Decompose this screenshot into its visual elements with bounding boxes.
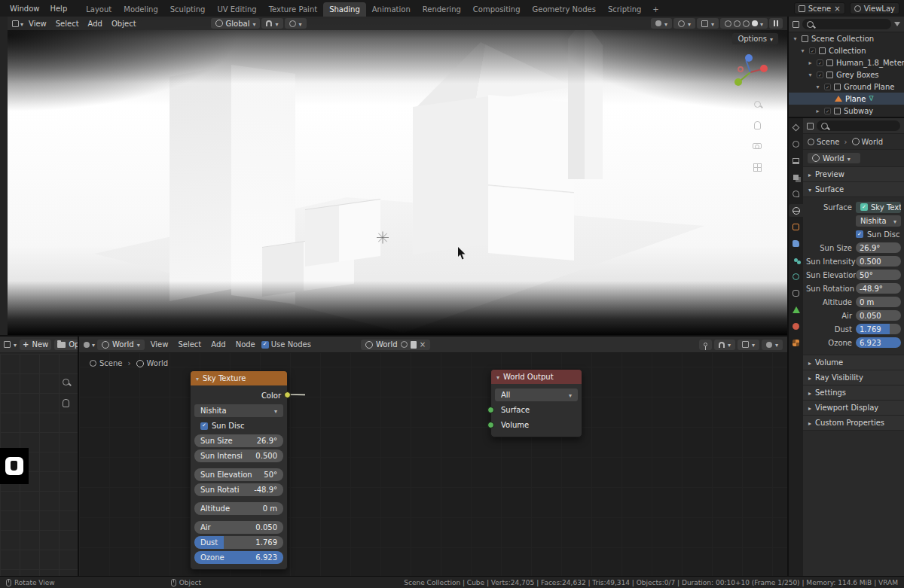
properties-tab-render[interactable] <box>789 138 803 151</box>
outliner-row-grey-boxes[interactable]: ▾ Grey Boxes <box>789 69 904 81</box>
altitude-row[interactable]: Altitude 0 m <box>806 296 901 308</box>
collection-checkbox[interactable] <box>824 108 831 114</box>
viewport-menu-view[interactable]: View <box>25 20 50 28</box>
move-view-button[interactable] <box>750 117 765 133</box>
shader-menu-node[interactable]: Node <box>232 340 259 349</box>
ozone-row[interactable]: Ozone 6.923 <box>806 337 901 349</box>
wireframe-shading-icon[interactable] <box>725 20 731 27</box>
snapping-toggle[interactable] <box>261 18 282 29</box>
sun-rotation-field[interactable]: Sun Rotati -48.9° <box>194 483 283 496</box>
sun-rotation-row[interactable]: Sun Rotation -48.9° <box>806 282 901 294</box>
expand-toggle[interactable]: ▾ <box>799 47 806 54</box>
tab-geometry-nodes[interactable]: Geometry Nodes <box>527 2 602 17</box>
shader-menu-add[interactable]: Add <box>207 340 229 349</box>
tab-compositing[interactable]: Compositing <box>467 2 527 17</box>
collection-checkbox[interactable] <box>817 72 823 78</box>
volume-input-socket[interactable] <box>487 422 494 428</box>
shader-editor[interactable]: World View Select Add Node Use Nodes Wor… <box>79 337 787 576</box>
tab-scripting[interactable]: Scripting <box>602 2 647 17</box>
panel-viewport-display[interactable]: Viewport Display <box>803 401 904 416</box>
tab-uv-editing[interactable]: UV Editing <box>211 2 262 17</box>
outliner-row-human[interactable]: ▸ Human_1.8_Meters <box>789 56 904 69</box>
collection-checkbox[interactable] <box>817 59 823 66</box>
properties-editor-type-icon[interactable] <box>807 123 814 129</box>
new-image-button[interactable]: New <box>20 340 51 350</box>
tab-layout[interactable]: Layout <box>80 2 118 17</box>
pin-toggle[interactable] <box>699 340 712 350</box>
viewport-menu-object[interactable]: Object <box>108 20 140 28</box>
panel-surface[interactable]: Surface <box>803 182 904 197</box>
value-field[interactable]: 0 m <box>856 297 901 307</box>
filter-icon[interactable] <box>894 22 900 26</box>
outliner-row-ground-plane[interactable]: ▾ Ground Plane <box>789 81 904 93</box>
properties-tab-object[interactable] <box>789 221 803 233</box>
properties-editor[interactable]: Scene World World Previ <box>789 117 904 576</box>
sun-disc-checkbox[interactable] <box>856 230 863 238</box>
properties-tab-world[interactable] <box>789 204 803 217</box>
collection-checkbox[interactable] <box>824 84 831 90</box>
view-layer-selector[interactable]: ViewLay <box>850 2 899 14</box>
fake-user-icon[interactable] <box>401 341 408 348</box>
expand-toggle[interactable]: ▾ <box>792 35 799 42</box>
value-field[interactable]: 0.050 <box>856 310 901 321</box>
air-row[interactable]: Air 0.050 <box>806 309 901 321</box>
add-workspace-button[interactable]: + <box>647 2 664 17</box>
properties-tab-output[interactable] <box>789 154 803 167</box>
snapping-toggle[interactable] <box>714 340 735 350</box>
scene-selector[interactable]: Scene <box>794 2 845 14</box>
expand-toggle[interactable]: ▾ <box>807 72 814 78</box>
collapse-node-icon[interactable] <box>196 374 199 382</box>
expand-toggle[interactable]: ▾ <box>814 84 821 90</box>
value-field[interactable]: 26.9° <box>856 242 901 253</box>
value-field[interactable]: 6.923 <box>856 337 901 348</box>
tab-sculpting[interactable]: Sculpting <box>164 2 212 17</box>
value-field[interactable]: 0.500 <box>856 256 901 267</box>
dust-row[interactable]: Dust 1.769 <box>806 323 901 335</box>
tab-modeling[interactable]: Modeling <box>118 2 164 17</box>
view-object-types-dropdown[interactable] <box>651 18 672 29</box>
gizmos-dropdown[interactable] <box>673 18 695 29</box>
navigation-gizmo[interactable] <box>733 54 768 89</box>
color-output-socket[interactable] <box>284 391 291 398</box>
properties-tab-object-data[interactable] <box>789 303 803 316</box>
properties-tab-particles[interactable] <box>789 254 803 267</box>
sky-type-dropdown[interactable]: Nishita <box>856 215 901 227</box>
dust-field[interactable]: Dust 1.769 <box>194 536 283 549</box>
world-output-node-header[interactable]: World Output <box>491 370 582 384</box>
sun-disc-checkbox[interactable] <box>200 422 208 430</box>
properties-tab-texture[interactable] <box>789 337 803 349</box>
image-editor-type-icon[interactable] <box>4 341 11 348</box>
properties-tab-material[interactable] <box>789 320 803 333</box>
use-nodes-checkbox[interactable] <box>261 341 269 349</box>
transform-orientation-dropdown[interactable]: Global <box>211 18 261 29</box>
sun-intensity-field[interactable]: Sun Intensi 0.500 <box>194 449 283 462</box>
panel-ray-visibility[interactable]: Ray Visibility <box>803 370 904 385</box>
outliner-editor-type-icon[interactable] <box>793 21 799 28</box>
axis-x-dot[interactable] <box>760 65 768 72</box>
toggle-ortho-button[interactable] <box>750 160 765 175</box>
sun-disc-row[interactable]: Sun Disc <box>806 228 901 240</box>
sun-size-field[interactable]: Sun Size 26.9° <box>194 434 283 447</box>
collapse-node-icon[interactable] <box>496 373 499 381</box>
pause-render-button[interactable] <box>769 18 783 29</box>
viewport-canvas[interactable] <box>8 17 787 335</box>
axis-y-dot[interactable] <box>734 78 742 86</box>
properties-tab-scene[interactable] <box>789 187 803 200</box>
unlink-datablock-icon[interactable] <box>420 340 426 349</box>
rendered-shading-icon[interactable] <box>752 20 758 26</box>
world-output-node[interactable]: World Output All Surface <box>490 369 582 437</box>
image-editor[interactable]: New Ope <box>0 337 79 576</box>
viewport-3d[interactable]: View Select Add Object Global <box>0 17 787 335</box>
outliner-row-collection[interactable]: ▾ Collection <box>789 44 904 56</box>
panel-settings[interactable]: Settings <box>803 385 904 401</box>
image-zoom-button[interactable] <box>58 374 73 389</box>
outliner[interactable]: ▾ Scene Collection ▾ Collection ▸ Human_… <box>789 17 904 117</box>
outliner-row-scene-collection[interactable]: ▾ Scene Collection <box>789 32 904 44</box>
open-image-button[interactable]: Ope <box>54 340 79 350</box>
altitude-field[interactable]: Altitude 0 m <box>194 502 283 515</box>
expand-toggle[interactable]: ▸ <box>814 108 821 114</box>
proportional-editing-dropdown[interactable] <box>285 18 307 29</box>
properties-search-input[interactable] <box>817 120 900 131</box>
outliner-row-plane[interactable]: Plane <box>789 93 904 105</box>
viewport-menu-select[interactable]: Select <box>52 20 83 28</box>
